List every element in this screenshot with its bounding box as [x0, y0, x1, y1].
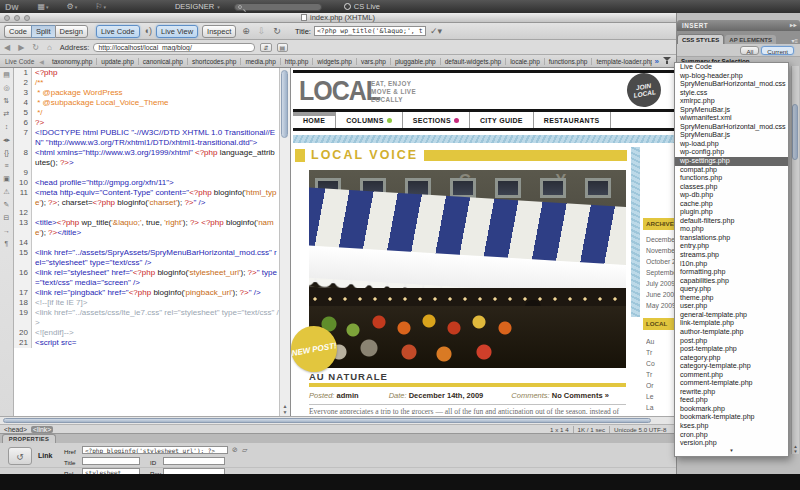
- file-management-icon[interactable]: ⇩: [258, 26, 266, 36]
- archive-month-link[interactable]: July 2009: [646, 280, 676, 291]
- refresh-page-icon[interactable]: ↻: [32, 43, 39, 52]
- scroll-tabs-left-icon[interactable]: ◀: [39, 58, 44, 65]
- source-code-label[interactable]: Live Code: [5, 58, 34, 65]
- site-nav-item[interactable]: RESTAURANTS: [534, 112, 611, 128]
- site-nav-item[interactable]: SECTIONS: [403, 112, 470, 128]
- archive-month-link[interactable]: October 2009: [646, 258, 676, 269]
- browser-compatibility-icon[interactable]: ✓▾: [430, 26, 442, 36]
- panel-scrollbar-thumb[interactable]: [792, 104, 798, 160]
- tag-selector-item[interactable]: <head>: [4, 426, 27, 433]
- select-parent-tag-icon[interactable]: ◂▸: [3, 136, 10, 143]
- split-view-button[interactable]: Split: [31, 25, 55, 38]
- menu-item[interactable]: comment-template.php: [675, 379, 788, 388]
- panel-scrollbar-arrows-icon[interactable]: ▲▼: [792, 444, 799, 454]
- page-title-input[interactable]: [314, 26, 426, 36]
- properties-tab[interactable]: PROPERTIES: [2, 434, 56, 443]
- tab-ap-elements[interactable]: AP ELEMENTS: [725, 35, 776, 44]
- related-file-tab[interactable]: template-loader.php: [592, 58, 651, 65]
- menu-item[interactable]: link-template.php: [675, 319, 788, 328]
- all-mode-button[interactable]: All: [740, 46, 759, 55]
- menu-item[interactable]: mo.php: [675, 225, 788, 234]
- code-text[interactable]: <link href="../assets/SpryAssets/SpryMen…: [32, 248, 279, 268]
- code-view-pane[interactable]: 1<?php2/**3 * @package WordPress4 * @sub…: [14, 68, 279, 416]
- code-text[interactable]: <title><?php wp_title('&laquo;', true, '…: [32, 218, 279, 238]
- filter-related-files-icon[interactable]: [662, 57, 672, 66]
- preview-browser-icon[interactable]: ⊕: [242, 26, 250, 36]
- menu-item[interactable]: entry.php: [675, 242, 788, 251]
- menu-item[interactable]: cron.php: [675, 431, 788, 440]
- code-navigator-icon[interactable]: ◎: [3, 84, 9, 91]
- menu-item[interactable]: default-filters.php: [675, 217, 788, 226]
- menu-item[interactable]: wp-load.php: [675, 140, 788, 149]
- code-text[interactable]: <script src=: [32, 338, 279, 348]
- related-file-tab[interactable]: locale.php: [506, 58, 545, 65]
- related-file-tab[interactable]: shortcodes.php: [188, 58, 241, 65]
- menu-item[interactable]: theme.php: [675, 294, 788, 303]
- related-file-tab[interactable]: functions.php: [545, 58, 593, 65]
- menu-item[interactable]: compat.php: [675, 166, 788, 175]
- menu-item[interactable]: rewrite.php: [675, 388, 788, 397]
- menu-scroll-down-icon[interactable]: ▼: [675, 448, 788, 454]
- code-text[interactable]: <!DOCTYPE html PUBLIC "-//W3C//DTD XHTML…: [32, 128, 279, 148]
- code-text[interactable]: * @subpackage Local_Voice_Theme: [32, 98, 279, 108]
- apply-comment-icon[interactable]: ✎: [4, 201, 10, 208]
- related-file-tab[interactable]: taxonomy.php: [48, 58, 97, 65]
- line-numbers-icon[interactable]: ≡: [4, 162, 8, 169]
- local-link[interactable]: Tr: [646, 371, 676, 382]
- archive-month-link[interactable]: June 2009: [646, 291, 676, 302]
- cs-live-button[interactable]: CS Live: [344, 2, 380, 11]
- comments-link[interactable]: No Comments »: [552, 391, 609, 400]
- archive-month-link[interactable]: May 2009: [646, 302, 676, 313]
- code-text[interactable]: [32, 238, 279, 248]
- menu-item[interactable]: post.php: [675, 337, 788, 346]
- live-code-highlight-icon[interactable]: ◖): [144, 26, 152, 36]
- code-text[interactable]: <link rel="pingback" href="<?php bloginf…: [32, 288, 279, 298]
- layout-menu-icon[interactable]: ▦▾: [38, 2, 49, 11]
- related-file-tab[interactable]: vars.php: [357, 58, 391, 65]
- design-view-button[interactable]: Design: [55, 25, 88, 38]
- menu-item[interactable]: wp-db.php: [675, 191, 788, 200]
- address-input[interactable]: [93, 43, 255, 52]
- insert-panel-header[interactable]: INSERT▸▸: [677, 20, 800, 31]
- menu-item[interactable]: kses.php: [675, 422, 788, 431]
- menu-item[interactable]: style.css: [675, 89, 788, 98]
- menu-item[interactable]: wp-blog-header.php: [675, 72, 788, 81]
- panel-menu-icon[interactable]: ▾≡: [791, 37, 798, 44]
- forward-icon[interactable]: ▶: [18, 43, 24, 52]
- code-text[interactable]: [32, 208, 279, 218]
- menu-item[interactable]: plugin.php: [675, 208, 788, 217]
- menu-item[interactable]: comment.php: [675, 371, 788, 380]
- follow-links-icon[interactable]: ⇵: [260, 43, 271, 52]
- menu-item[interactable]: formatting.php: [675, 268, 788, 277]
- code-text[interactable]: ?>: [32, 118, 279, 128]
- title-input[interactable]: [82, 457, 140, 465]
- panel-scrollbar[interactable]: ▲▼: [791, 66, 799, 454]
- menu-item[interactable]: feed.php: [675, 396, 788, 405]
- menu-item[interactable]: functions.php: [675, 174, 788, 183]
- local-link[interactable]: Or: [646, 382, 676, 393]
- code-text[interactable]: */: [32, 108, 279, 118]
- live-view-button[interactable]: Live View: [156, 25, 198, 38]
- site-nav-item[interactable]: CITY GUIDE: [470, 112, 534, 128]
- menu-item[interactable]: version.php: [675, 439, 788, 448]
- more-files-icon[interactable]: »: [655, 57, 659, 66]
- related-file-tab[interactable]: widgets.php: [313, 58, 357, 65]
- format-source-icon[interactable]: ¶: [5, 240, 9, 247]
- menu-item[interactable]: general-template.php: [675, 311, 788, 320]
- menu-item[interactable]: category-template.php: [675, 362, 788, 371]
- archive-month-link[interactable]: November 2009: [646, 247, 676, 258]
- code-text[interactable]: <!--[if lte IE 7]>: [32, 298, 279, 308]
- scrollbar-arrows-icon[interactable]: ▲▼: [280, 403, 290, 415]
- back-icon[interactable]: ◀: [4, 43, 10, 52]
- extend-menu-icon[interactable]: ⚙▾: [67, 2, 78, 11]
- menu-item[interactable]: SpryMenuBar.js: [675, 106, 788, 115]
- expand-all-icon[interactable]: ↕: [5, 123, 9, 130]
- tab-css-styles[interactable]: CSS STYLES: [677, 34, 724, 44]
- site-nav-item[interactable]: COLUMNS: [336, 112, 403, 128]
- site-menu-icon[interactable]: ⚐▾: [95, 2, 106, 11]
- related-file-tab[interactable]: update.php: [97, 58, 139, 65]
- archive-month-link[interactable]: December 2009: [646, 236, 676, 247]
- related-file-tab[interactable]: pluggable.php: [391, 58, 441, 65]
- menu-item[interactable]: translations.php: [675, 234, 788, 243]
- local-link[interactable]: La: [646, 404, 676, 415]
